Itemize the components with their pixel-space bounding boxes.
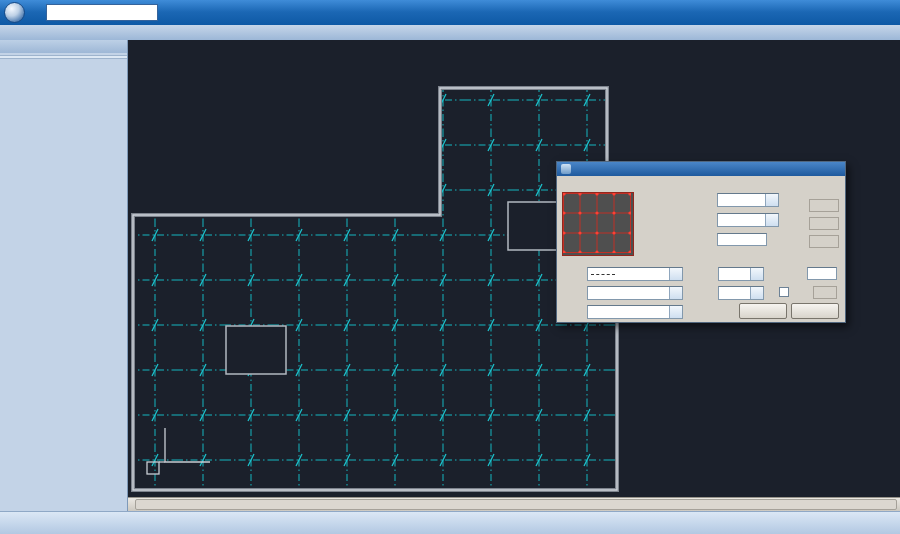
grid-spacing-select[interactable] bbox=[718, 286, 764, 300]
offset-input[interactable] bbox=[807, 267, 837, 280]
grid-preview bbox=[562, 192, 634, 256]
chamfer-checkbox[interactable] bbox=[779, 287, 789, 297]
grid-form-select[interactable] bbox=[718, 267, 764, 281]
chevron-down-icon bbox=[669, 287, 682, 299]
auto-search-button[interactable] bbox=[739, 303, 787, 319]
linetype-preview bbox=[591, 274, 615, 275]
palette-header bbox=[0, 40, 127, 53]
horizontal-material-select[interactable] bbox=[587, 286, 683, 300]
horizontal-scrollbar[interactable] bbox=[135, 499, 897, 510]
close-button[interactable] bbox=[869, 3, 898, 22]
application-window bbox=[0, 0, 900, 534]
layout-tab-bar bbox=[128, 497, 900, 511]
chevron-down-icon bbox=[765, 194, 778, 206]
figure-width-input bbox=[809, 235, 839, 248]
vertical-length-input[interactable] bbox=[717, 233, 767, 246]
equipment-rect bbox=[226, 326, 286, 374]
chevron-down-icon bbox=[669, 306, 682, 318]
minimize-button[interactable] bbox=[811, 3, 840, 22]
maximize-button[interactable] bbox=[840, 3, 869, 22]
dialog-title-bar bbox=[557, 162, 845, 176]
figure-length2-input bbox=[809, 217, 839, 230]
chevron-down-icon bbox=[750, 287, 763, 299]
app-logo-icon[interactable] bbox=[4, 2, 25, 23]
dialog-icon bbox=[561, 164, 571, 174]
chevron-down-icon bbox=[750, 268, 763, 280]
tool-palette bbox=[0, 40, 128, 511]
status-bar bbox=[0, 511, 900, 534]
horizontal-spec-select[interactable] bbox=[587, 305, 683, 319]
chamfer-input bbox=[813, 286, 837, 299]
linetype-select[interactable] bbox=[587, 267, 683, 281]
ribbon-tab-bar bbox=[0, 25, 900, 40]
draw-ground-net-dialog bbox=[556, 161, 846, 323]
chevron-down-icon bbox=[669, 268, 682, 280]
manual-draw-button[interactable] bbox=[791, 303, 839, 319]
figure-length-input bbox=[809, 199, 839, 212]
title-bar bbox=[0, 0, 900, 25]
chevron-down-icon bbox=[765, 214, 778, 226]
vertical-material-select[interactable] bbox=[717, 193, 779, 207]
vertical-spec-select[interactable] bbox=[717, 213, 779, 227]
workspace-select[interactable] bbox=[46, 4, 158, 21]
